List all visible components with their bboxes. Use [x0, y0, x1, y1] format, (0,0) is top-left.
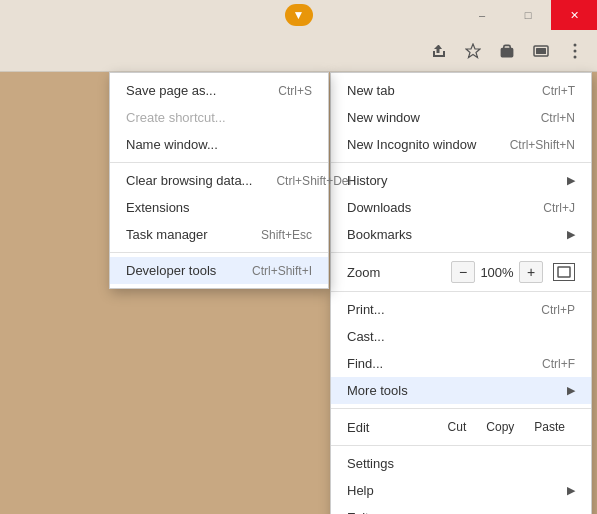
menu-item-downloads[interactable]: Downloads Ctrl+J [331, 194, 591, 221]
menu-item-new-tab[interactable]: New tab Ctrl+T [331, 77, 591, 104]
menu-sep-5 [331, 445, 591, 446]
minimize-button[interactable]: – [459, 0, 505, 30]
extensions-icon[interactable] [493, 37, 521, 65]
svg-rect-6 [558, 267, 570, 277]
menu-item-find[interactable]: Find... Ctrl+F [331, 350, 591, 377]
menu-item-incognito[interactable]: New Incognito window Ctrl+Shift+N [331, 131, 591, 158]
star-icon[interactable] [459, 37, 487, 65]
submenu-item-name-window[interactable]: Name window... [110, 131, 328, 158]
menu-item-new-window[interactable]: New window Ctrl+N [331, 104, 591, 131]
close-button[interactable]: ✕ [551, 0, 597, 30]
svg-rect-2 [536, 48, 546, 54]
submenu-item-clear-browsing[interactable]: Clear browsing data... Ctrl+Shift+Del [110, 167, 328, 194]
chrome-dropdown-menu: New tab Ctrl+T New window Ctrl+N New Inc… [330, 72, 592, 514]
copy-button[interactable]: Copy [476, 417, 524, 437]
window-controls: ▼ – □ ✕ [459, 0, 597, 30]
menu-sep-2 [331, 252, 591, 253]
svg-point-3 [574, 43, 577, 46]
menu-item-settings[interactable]: Settings [331, 450, 591, 477]
zoom-fullscreen-button[interactable] [553, 263, 575, 281]
submenu-separator-1 [110, 162, 328, 163]
maximize-button[interactable]: □ [505, 0, 551, 30]
menu-item-bookmarks[interactable]: Bookmarks ▶ [331, 221, 591, 248]
menu-item-exit[interactable]: Exit [331, 504, 591, 514]
browser-window: ▼ – □ ✕ [0, 0, 597, 514]
submenu-item-developer-tools[interactable]: Developer tools Ctrl+Shift+I [110, 257, 328, 284]
chrome-menu-icon[interactable] [561, 37, 589, 65]
svg-point-5 [574, 55, 577, 58]
tablet-mode-icon[interactable] [527, 37, 555, 65]
submenu-item-save-page[interactable]: Save page as... Ctrl+S [110, 77, 328, 104]
menu-item-help[interactable]: Help ▶ [331, 477, 591, 504]
cut-button[interactable]: Cut [438, 417, 477, 437]
submenu-item-create-shortcut[interactable]: Create shortcut... [110, 104, 328, 131]
zoom-increase-button[interactable]: + [519, 261, 543, 283]
menu-item-history[interactable]: History ▶ [331, 167, 591, 194]
zoom-decrease-button[interactable]: − [451, 261, 475, 283]
menu-item-cast[interactable]: Cast... [331, 323, 591, 350]
menu-item-print[interactable]: Print... Ctrl+P [331, 296, 591, 323]
more-tools-submenu: Save page as... Ctrl+S Create shortcut..… [109, 72, 329, 289]
submenu-item-extensions[interactable]: Extensions [110, 194, 328, 221]
menu-sep-3 [331, 291, 591, 292]
submenu-separator-2 [110, 252, 328, 253]
menu-item-more-tools[interactable]: More tools ▶ [331, 377, 591, 404]
zoom-controls: − 100% + [451, 261, 575, 283]
zoom-row: Zoom − 100% + [331, 257, 591, 287]
toolbar [0, 30, 597, 72]
submenu-item-task-manager[interactable]: Task manager Shift+Esc [110, 221, 328, 248]
edit-row: Edit Cut Copy Paste [331, 413, 591, 441]
menu-sep-4 [331, 408, 591, 409]
svg-point-4 [574, 49, 577, 52]
share-icon[interactable] [425, 37, 453, 65]
title-bar: ▼ – □ ✕ [0, 0, 597, 30]
zoom-value: 100% [479, 265, 515, 280]
svg-marker-0 [466, 44, 480, 58]
paste-button[interactable]: Paste [524, 417, 575, 437]
menu-sep-1 [331, 162, 591, 163]
edit-actions: Cut Copy Paste [438, 417, 575, 437]
